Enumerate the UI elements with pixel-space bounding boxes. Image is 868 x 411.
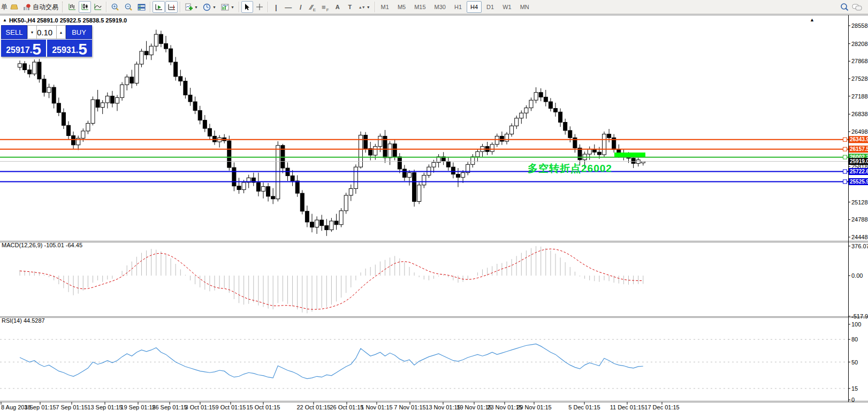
bar-chart-button[interactable] bbox=[66, 1, 78, 13]
svg-text:26838.0: 26838.0 bbox=[851, 111, 868, 117]
title-marker-icon: ▲ bbox=[3, 18, 7, 22]
svg-text:26157.5: 26157.5 bbox=[850, 146, 868, 152]
svg-text:26 Oct 01:15: 26 Oct 01:15 bbox=[330, 404, 364, 410]
svg-text:0.00: 0.00 bbox=[851, 272, 863, 279]
autotrading-button[interactable]: 自动交易 bbox=[21, 1, 60, 13]
svg-text:0: 0 bbox=[851, 397, 855, 403]
macd-indicator-label: MACD(12,26,9) -105.01 -64.45 bbox=[2, 242, 82, 248]
svg-text:100: 100 bbox=[851, 321, 861, 328]
svg-text:25919.0: 25919.0 bbox=[850, 158, 868, 164]
channel-icon: ∕∕ bbox=[310, 3, 312, 11]
channel-sub-label: E bbox=[313, 7, 316, 12]
svg-text:26498.0: 26498.0 bbox=[851, 128, 868, 135]
clock-icon bbox=[203, 3, 211, 11]
timeframe-m15-button[interactable]: M15 bbox=[410, 1, 429, 13]
toolbar-separator bbox=[150, 2, 150, 12]
tile-windows-icon bbox=[138, 4, 146, 11]
candlestick-chart-button[interactable] bbox=[79, 1, 91, 13]
svg-text:24788.0: 24788.0 bbox=[851, 216, 868, 223]
text-tool-button[interactable]: A bbox=[332, 1, 344, 13]
horizontal-line-tool-button[interactable]: — bbox=[283, 1, 294, 13]
new-order-button[interactable]: 单 bbox=[1, 3, 7, 12]
templates-caret-icon: ▼ bbox=[231, 5, 234, 9]
svg-text:26343.9: 26343.9 bbox=[850, 136, 868, 142]
chart-annotation: 多空转折点26002 bbox=[528, 162, 612, 176]
label-tool-button[interactable]: T bbox=[344, 1, 356, 13]
svg-text:19 Sep 01:15: 19 Sep 01:15 bbox=[120, 404, 155, 410]
timeframe-h1-button[interactable]: H1 bbox=[451, 1, 466, 13]
svg-text:27188.0: 27188.0 bbox=[851, 93, 868, 100]
fibonacci-tool-button[interactable]: ≡ F bbox=[319, 1, 331, 13]
tile-windows-button[interactable] bbox=[135, 1, 148, 13]
price-axis: 28558.028208.027868.027528.027188.026838… bbox=[848, 22, 868, 240]
indicator-axis: 376.070.00-517.931008050150 bbox=[848, 243, 868, 403]
group-handle bbox=[62, 2, 64, 12]
svg-text:27528.0: 27528.0 bbox=[851, 75, 868, 82]
timeframe-mn-button[interactable]: MN bbox=[516, 1, 533, 13]
timeframe-m5-button[interactable]: M5 bbox=[394, 1, 409, 13]
chat-icon[interactable] bbox=[852, 3, 863, 11]
indicators-caret-icon: ▼ bbox=[194, 5, 198, 9]
svg-text:26 Sep 01:15: 26 Sep 01:15 bbox=[152, 404, 187, 410]
zoom-in-icon bbox=[111, 3, 119, 11]
fibonacci-icon: ≡ bbox=[322, 3, 326, 11]
timeframe-group: M1M5M15M30H1H4D1W1MN bbox=[377, 1, 533, 13]
buy-price-display[interactable]: 25931.5 bbox=[47, 40, 92, 57]
trendline-tool-button[interactable]: / bbox=[295, 1, 307, 13]
autoscroll-button[interactable] bbox=[153, 1, 165, 13]
timeframe-d1-button[interactable]: D1 bbox=[483, 1, 498, 13]
chart-shift-button[interactable] bbox=[165, 1, 178, 13]
timeframe-m30-button[interactable]: M30 bbox=[431, 1, 450, 13]
toolbar-separator bbox=[180, 2, 180, 12]
arrows-caret-icon: ▼ bbox=[367, 5, 370, 9]
trade-panel-top-row: SELL ▼ 0.10 ▲ BUY bbox=[1, 25, 92, 39]
templates-button[interactable]: ▼ bbox=[219, 1, 237, 13]
periods-button[interactable]: ▼ bbox=[201, 1, 218, 13]
volume-increase-button[interactable]: ▲ bbox=[56, 25, 66, 39]
gold-icon[interactable] bbox=[8, 1, 20, 13]
svg-text:1 Nov 01:15: 1 Nov 01:15 bbox=[361, 404, 392, 410]
crosshair-tool-button[interactable] bbox=[254, 1, 265, 13]
sell-price-big-digit: 5 bbox=[32, 43, 41, 56]
vertical-line-tool-button[interactable]: | bbox=[270, 1, 282, 13]
candlestick-chart-icon bbox=[81, 3, 89, 11]
arrows-icon: ▲▼ bbox=[359, 5, 365, 9]
svg-text:29 Nov 01:15: 29 Nov 01:15 bbox=[516, 404, 551, 410]
volume-decrease-button[interactable]: ▼ bbox=[27, 25, 37, 39]
volume-input[interactable]: 0.10 bbox=[37, 25, 56, 39]
autoscroll-icon bbox=[155, 4, 163, 11]
svg-text:17 Dec 01:15: 17 Dec 01:15 bbox=[644, 404, 679, 410]
periods-caret-icon: ▼ bbox=[212, 5, 216, 9]
svg-text:50: 50 bbox=[851, 359, 858, 366]
indicators-icon bbox=[185, 3, 193, 11]
crosshair-icon bbox=[256, 3, 263, 11]
search-icon[interactable] bbox=[840, 3, 849, 11]
svg-text:3 Sep 01:15: 3 Sep 01:15 bbox=[24, 404, 56, 410]
svg-text:25128.0: 25128.0 bbox=[851, 199, 868, 206]
chart-canvas[interactable]: 28558.028208.027868.027528.027188.026838… bbox=[0, 15, 868, 411]
chart-frame bbox=[0, 15, 868, 402]
toolbar-separator bbox=[375, 2, 375, 12]
timeframe-h4-button[interactable]: H4 bbox=[467, 1, 482, 13]
zoom-in-button[interactable] bbox=[109, 1, 121, 13]
indicators-button[interactable]: ▼ bbox=[182, 1, 200, 13]
svg-text:28208.0: 28208.0 bbox=[851, 41, 868, 47]
buy-button[interactable]: BUY bbox=[66, 25, 92, 39]
sell-button[interactable]: SELL bbox=[1, 25, 27, 39]
svg-text:27868.0: 27868.0 bbox=[851, 58, 868, 64]
channel-tool-button[interactable]: ∕∕ E bbox=[307, 1, 319, 13]
chart-title-text: HK50-,H4 25891.0 25922.5 25838.5 25919.0 bbox=[9, 17, 127, 24]
arrows-tool-button[interactable]: ▲▼ ▼ bbox=[356, 1, 372, 13]
line-chart-icon bbox=[94, 3, 102, 11]
svg-text:28558.0: 28558.0 bbox=[851, 22, 868, 29]
timeframe-m1-button[interactable]: M1 bbox=[377, 1, 393, 13]
cursor-tool-button[interactable] bbox=[241, 1, 253, 13]
sell-price-main: 25917 bbox=[6, 46, 30, 56]
zoom-out-button[interactable] bbox=[122, 1, 135, 13]
timeframe-w1-button[interactable]: W1 bbox=[499, 1, 515, 13]
line-chart-button[interactable] bbox=[92, 1, 104, 13]
svg-text:19 Nov 01:15: 19 Nov 01:15 bbox=[456, 404, 491, 410]
templates-icon bbox=[221, 4, 229, 11]
sell-price-display[interactable]: 25917.5 bbox=[1, 40, 46, 57]
gold-ingot-icon bbox=[10, 4, 18, 10]
